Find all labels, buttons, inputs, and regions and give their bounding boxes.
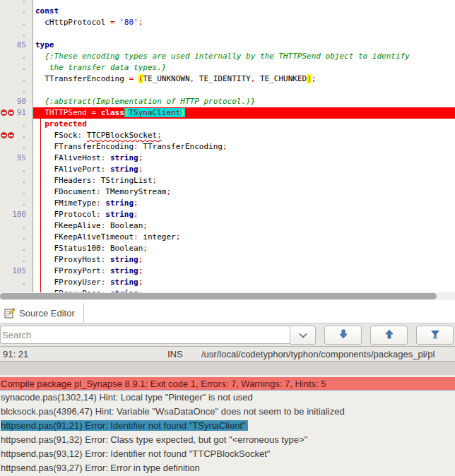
code-text: THTTPSend = class(TSynaClient) xyxy=(33,107,455,119)
message-row[interactable]: httpsend.pas(91,21) Error: Identifier no… xyxy=(0,419,455,433)
message-row[interactable]: Compile package pl_Synapse 8.9.1: Exit c… xyxy=(0,377,455,391)
code-line[interactable]: . FHeaders: TStringList; xyxy=(0,175,455,186)
code-line[interactable]: . TTransferEncoding = (TE_UNKNOWN, TE_ID… xyxy=(0,73,455,85)
editor-tab-bar: Source Editor xyxy=(0,300,455,323)
gutter-cell[interactable]: . xyxy=(0,164,33,175)
gutter-cell[interactable]: . xyxy=(0,6,33,17)
code-line[interactable]: . FStatus100: Boolean; xyxy=(0,243,455,254)
code-line[interactable]: 95 FAliveHost: string; xyxy=(0,153,455,164)
gutter-cell[interactable]: 100 xyxy=(0,209,33,220)
code-line[interactable]: . FKeepAlive: Boolean; xyxy=(0,220,455,232)
code-line[interactable]: . FProxyUser: string; xyxy=(0,277,455,288)
code-text: FProxyUser: string; xyxy=(33,277,455,288)
chevron-down-icon xyxy=(298,330,308,340)
message-text: httpsend.pas(93,12) Error: Identifier no… xyxy=(1,448,270,459)
editor-status-bar: 91: 21 INS /usr/local/codetyphon/typhon/… xyxy=(0,346,455,362)
gutter-cell[interactable]: . xyxy=(0,198,33,209)
code-text xyxy=(33,85,455,96)
code-line[interactable]: . xyxy=(0,0,455,6)
search-options-button[interactable] xyxy=(416,326,454,345)
code-line[interactable]: . protected xyxy=(0,119,455,130)
search-input[interactable] xyxy=(0,326,290,344)
code-line[interactable]: . FProxyHost: string; xyxy=(0,254,455,266)
code-line[interactable]: . FDocument: TMemoryStream; xyxy=(0,186,455,198)
gutter-cell[interactable]: 105 xyxy=(0,266,33,277)
code-line[interactable]: 90 {:abstract(Implementation of HTTP pro… xyxy=(0,96,455,107)
search-history-dropdown-button[interactable] xyxy=(290,326,316,345)
message-row[interactable]: synacode.pas(1302,14) Hint: Local type "… xyxy=(0,391,455,405)
gutter-cell[interactable]: . xyxy=(0,51,33,62)
code-line[interactable]: 100 FProtocol: string; xyxy=(0,209,455,220)
code-text: FAliveHost: string; xyxy=(33,153,455,164)
code-text xyxy=(33,28,455,40)
code-line[interactable]: . FKeepAliveTimeout: integer; xyxy=(0,232,455,243)
gutter-cell[interactable]: . xyxy=(0,277,33,288)
code-line[interactable]: . xyxy=(0,28,455,40)
gutter-cell[interactable]: . xyxy=(0,254,33,266)
code-line[interactable]: . cHttpProtocol = '80'; xyxy=(0,17,455,28)
line-number: . xyxy=(0,232,32,243)
code-line[interactable]: 85type xyxy=(0,40,455,51)
line-number: . xyxy=(0,141,32,153)
message-row[interactable]: blcksock.pas(4396,47) Hint: Variable "Ws… xyxy=(0,405,455,419)
line-number: . xyxy=(0,51,32,62)
code-line[interactable]: . FTransferEncoding: TTransferEncoding; xyxy=(0,141,455,153)
gutter-cell[interactable]: 90 xyxy=(0,96,33,107)
line-number: . xyxy=(0,254,32,266)
code-line[interactable]: 105 FProxyPort: string; xyxy=(0,266,455,277)
gutter-cell[interactable]: . xyxy=(0,232,33,243)
error-marker-icon xyxy=(8,109,14,116)
search-next-button[interactable] xyxy=(324,326,362,345)
horizontal-scrollbar[interactable] xyxy=(0,292,455,300)
gutter-cell[interactable]: 91 xyxy=(0,107,33,119)
code-line[interactable]: . FAlivePort: string; xyxy=(0,164,455,175)
tab-source-editor[interactable]: Source Editor xyxy=(0,303,84,323)
horizontal-scrollbar-thumb[interactable] xyxy=(0,293,437,299)
gutter-cell[interactable]: . xyxy=(0,119,33,130)
gutter-cell[interactable]: . xyxy=(0,186,33,198)
code-lines: ..const. cHttpProtocol = '80';.85type. {… xyxy=(0,0,455,292)
gutter-cell[interactable]: . xyxy=(0,130,33,141)
line-number: . xyxy=(0,164,32,175)
code-line[interactable]: . xyxy=(0,85,455,96)
error-marker-icon xyxy=(1,132,7,138)
code-line[interactable]: 91 THTTPSend = class(TSynaClient) xyxy=(0,107,455,119)
gutter-cell[interactable]: . xyxy=(0,73,33,85)
message-row[interactable]: httpsend.pas(93,27) Error: Error in type… xyxy=(0,461,455,475)
message-text: Compile package pl_Synapse 8.9.1: Exit c… xyxy=(1,379,326,389)
gutter-cell[interactable]: . xyxy=(0,85,33,96)
gutter-cell[interactable]: . xyxy=(0,62,33,73)
gutter-cell[interactable]: . xyxy=(0,288,33,292)
gutter-cell[interactable]: 95 xyxy=(0,153,33,164)
search-previous-button[interactable] xyxy=(370,326,408,345)
line-number: . xyxy=(0,17,32,28)
code-text: FDocument: TMemoryStream; xyxy=(33,186,455,198)
code-text: FProxyHost: string; xyxy=(33,254,455,266)
file-path: /usr/local/codetyphon/typhon/components/… xyxy=(201,349,435,359)
gutter-cell[interactable]: . xyxy=(0,0,33,6)
code-line[interactable]: . FMimeType: string; xyxy=(0,198,455,209)
source-editor[interactable]: ..const. cHttpProtocol = '80';.85type. {… xyxy=(0,0,455,292)
code-text: {:These encoding types are used internal… xyxy=(33,51,455,62)
code-line[interactable]: . FProxyPass: string; xyxy=(0,288,455,292)
message-row[interactable]: httpsend.pas(91,32) Error: Class type ex… xyxy=(0,433,455,447)
message-row[interactable]: httpsend.pas(93,12) Error: Identifier no… xyxy=(0,447,455,461)
code-text: FStatus100: Boolean; xyxy=(33,243,455,254)
code-line[interactable]: .const xyxy=(0,6,455,17)
gutter-cell[interactable]: . xyxy=(0,28,33,40)
code-text: FKeepAliveTimeout: integer; xyxy=(33,232,455,243)
source-editor-icon xyxy=(4,308,15,319)
code-line[interactable]: . FSock: TTCPBlockSocket; xyxy=(0,130,455,141)
gutter-cell[interactable]: . xyxy=(0,141,33,153)
code-text: FHeaders: TStringList; xyxy=(33,175,455,186)
code-line[interactable]: . the transfer data types.} xyxy=(0,62,455,73)
gutter-cell[interactable]: 85 xyxy=(0,40,33,51)
gutter-cell[interactable]: . xyxy=(0,243,33,254)
gutter-cell[interactable]: . xyxy=(0,17,33,28)
line-number: . xyxy=(0,62,32,73)
line-number: 100 xyxy=(0,209,32,220)
code-line[interactable]: . {:These encoding types are used intern… xyxy=(0,51,455,62)
gutter-cell[interactable]: . xyxy=(0,175,33,186)
gutter-cell[interactable]: . xyxy=(0,220,33,232)
line-number: . xyxy=(0,277,32,288)
